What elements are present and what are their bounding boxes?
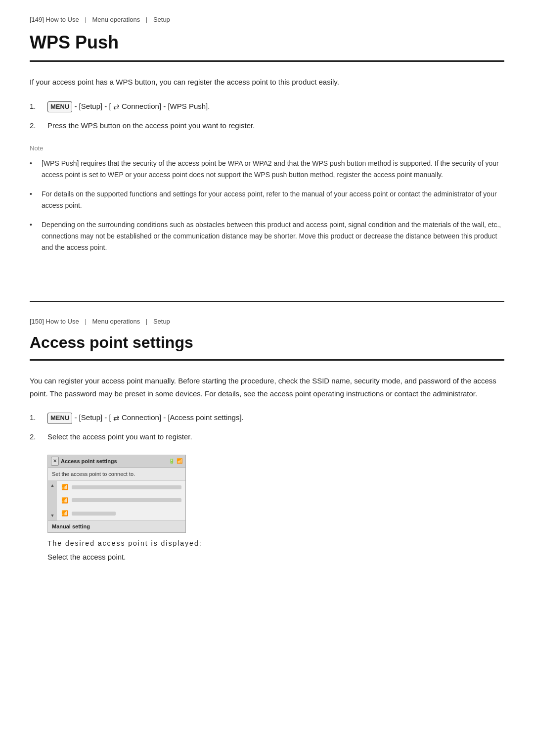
caption-line-2: Select the access point. bbox=[47, 551, 504, 563]
bullet-2: • bbox=[30, 189, 40, 200]
breadcrumb-2-page-num: [150] bbox=[30, 318, 44, 325]
ap-mockup-title: Access point settings bbox=[61, 457, 117, 466]
ap-mockup-inner: ▲ ▼ 📶 📶 📶 bbox=[48, 481, 185, 520]
title-rule-2 bbox=[30, 359, 504, 361]
step-2: 2. Press the WPS button on the access po… bbox=[30, 120, 504, 132]
ap-step-1-text-after: Connection] - [Access point settings]. bbox=[122, 413, 244, 422]
bullet-1: • bbox=[30, 158, 40, 169]
ap-mockup-footer[interactable]: Manual setting bbox=[48, 520, 185, 533]
ap-mockup-subtitle: Set the access point to connect to. bbox=[48, 468, 185, 481]
scroll-up-icon[interactable]: ▲ bbox=[50, 482, 55, 489]
ap-mockup-rows: 📶 📶 📶 bbox=[57, 481, 185, 520]
note-item-3: • Depending on the surrounding condition… bbox=[30, 219, 504, 253]
breadcrumb-2-sep2: | bbox=[146, 318, 147, 325]
section-wps-push: [149] How to Use | Menu operations | Set… bbox=[30, 15, 504, 281]
intro-text-ap: You can register your access point manua… bbox=[30, 375, 504, 400]
note-item-2: • For details on the supported functions… bbox=[30, 189, 504, 211]
page-container: [149] How to Use | Menu operations | Set… bbox=[0, 15, 534, 583]
page-title-ap: Access point settings bbox=[30, 330, 504, 355]
breadcrumb-2-part1: How to Use bbox=[46, 318, 79, 325]
note-item-1: • [WPS Push] requires that the security … bbox=[30, 158, 504, 181]
step-1: 1. MENU - [Setup] - [ ⇄ Connection] - [W… bbox=[30, 100, 504, 113]
breadcrumb-2-part3: Setup bbox=[153, 318, 170, 325]
ap-step-2-num: 2. bbox=[30, 431, 47, 443]
ap-row-text-1 bbox=[72, 485, 181, 489]
intro-text-wps: If your access point has a WPS button, y… bbox=[30, 76, 504, 89]
connection-icon-1: ⇄ bbox=[113, 101, 120, 113]
scroll-down-icon[interactable]: ▼ bbox=[50, 512, 55, 519]
ap-step-2-content: Select the access point you want to regi… bbox=[47, 431, 504, 443]
note-list: • [WPS Push] requires that the security … bbox=[30, 158, 504, 254]
ap-mockup: ✕ Access point settings 🔋 📶 Set the acce… bbox=[47, 455, 186, 533]
breadcrumb-part3: Setup bbox=[153, 16, 170, 23]
battery-icon: 🔋 bbox=[169, 457, 175, 465]
breadcrumb-1: [149] How to Use | Menu operations | Set… bbox=[30, 15, 504, 25]
note-text-3: Depending on the surrounding conditions … bbox=[42, 219, 504, 253]
step-2-content: Press the WPS button on the access point… bbox=[47, 120, 504, 132]
breadcrumb-2-sep1: | bbox=[85, 318, 86, 325]
title-rule bbox=[30, 60, 504, 62]
ap-row-2[interactable]: 📶 bbox=[57, 494, 185, 508]
ap-wifi-icon-3: 📶 bbox=[61, 509, 69, 518]
ap-step-1-text-before: - [Setup] - [ bbox=[74, 413, 111, 422]
breadcrumb-sep2: | bbox=[146, 16, 147, 23]
ap-mockup-icons: 🔋 📶 bbox=[169, 457, 182, 465]
page-title-wps: WPS Push bbox=[30, 28, 504, 57]
breadcrumb-2-part2: Menu operations bbox=[92, 318, 140, 325]
bullet-3: • bbox=[30, 219, 40, 231]
breadcrumb-page-num: [149] bbox=[30, 16, 44, 23]
menu-key-1: MENU bbox=[47, 101, 72, 113]
section-rule bbox=[30, 301, 504, 302]
steps-list-ap: 1. MENU - [Setup] - [ ⇄ Connection] - [A… bbox=[30, 412, 504, 443]
ap-wifi-icon-1: 📶 bbox=[61, 483, 69, 492]
breadcrumb-2: [150] How to Use | Menu operations | Set… bbox=[30, 317, 504, 327]
ap-mockup-scroll: ▲ ▼ bbox=[48, 481, 57, 520]
section-access-point: [150] How to Use | Menu operations | Set… bbox=[30, 317, 504, 582]
ap-step-1: 1. MENU - [Setup] - [ ⇄ Connection] - [A… bbox=[30, 412, 504, 424]
wifi-icon: 📶 bbox=[177, 457, 182, 465]
note-text-1: [WPS Push] requires that the security of… bbox=[42, 158, 504, 181]
step-1-num: 1. bbox=[30, 100, 47, 113]
ap-row-3[interactable]: 📶 bbox=[57, 507, 185, 520]
ap-row-text-2 bbox=[72, 498, 181, 502]
menu-key-2: MENU bbox=[47, 413, 72, 424]
connection-icon-2: ⇄ bbox=[113, 412, 120, 424]
ap-step-2: 2. Select the access point you want to r… bbox=[30, 431, 504, 443]
note-label: Note bbox=[30, 143, 504, 154]
ap-mockup-header-left: ✕ Access point settings bbox=[51, 457, 117, 466]
step-1-text-after: Connection] - [WPS Push]. bbox=[122, 102, 210, 110]
breadcrumb-part2: Menu operations bbox=[92, 16, 140, 23]
note-text-2: For details on the supported functions a… bbox=[42, 189, 504, 211]
ap-row-1[interactable]: 📶 bbox=[57, 481, 185, 494]
section-separator bbox=[30, 301, 504, 302]
step-1-content: MENU - [Setup] - [ ⇄ Connection] - [WPS … bbox=[47, 100, 504, 113]
ap-step-1-num: 1. bbox=[30, 412, 47, 424]
step-2-num: 2. bbox=[30, 120, 47, 132]
ap-step-1-content: MENU - [Setup] - [ ⇄ Connection] - [Acce… bbox=[47, 412, 504, 424]
ap-wifi-icon-2: 📶 bbox=[61, 496, 69, 505]
ap-close-btn[interactable]: ✕ bbox=[51, 457, 59, 466]
breadcrumb-sep1: | bbox=[85, 16, 86, 23]
steps-list-wps: 1. MENU - [Setup] - [ ⇄ Connection] - [W… bbox=[30, 100, 504, 132]
step-1-text-before: - [Setup] - [ bbox=[74, 102, 111, 110]
breadcrumb-part1: How to Use bbox=[46, 16, 79, 23]
ap-row-text-3 bbox=[72, 512, 116, 516]
caption-line-1: The desired access point is displayed: bbox=[47, 538, 504, 549]
ap-mockup-header: ✕ Access point settings 🔋 📶 bbox=[48, 455, 185, 468]
